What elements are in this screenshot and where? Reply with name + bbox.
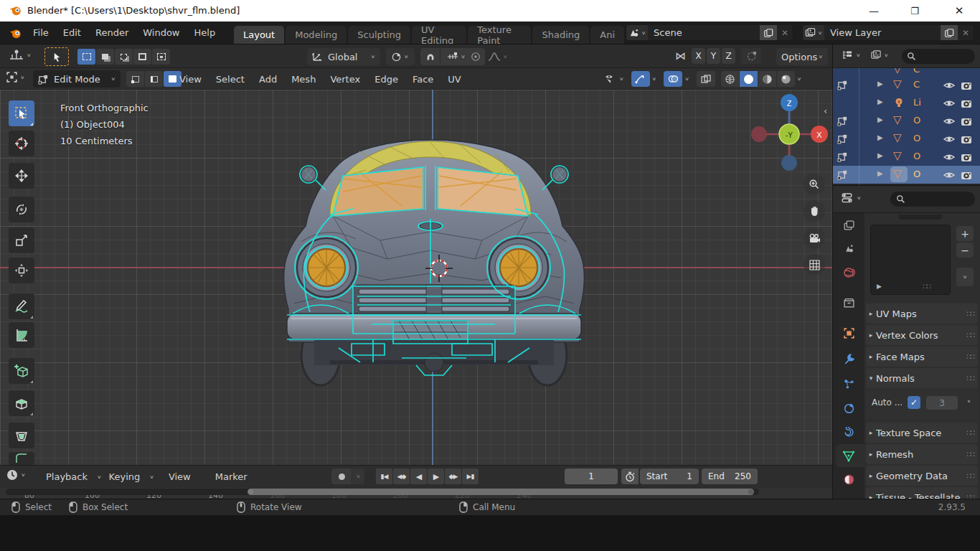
outliner-row-4[interactable]: ▶ ▽ O — [833, 148, 980, 166]
rendered-shading-button[interactable] — [777, 71, 795, 87]
tool-extrude-region[interactable] — [9, 390, 34, 416]
menu-file[interactable]: File — [26, 27, 56, 38]
select-mode-subtract-button[interactable] — [115, 49, 133, 65]
hide-eye-icon[interactable] — [943, 116, 955, 127]
workspace-tab-animation[interactable]: Ani — [590, 26, 624, 44]
physics-tab[interactable] — [837, 397, 860, 419]
timeline-scrollbar-handle[interactable] — [248, 489, 754, 495]
active-tool-select-box-button[interactable] — [44, 47, 69, 66]
tool-scale[interactable] — [9, 227, 34, 253]
select-mode-new-button[interactable] — [77, 49, 95, 65]
menu-edge[interactable]: Edge — [367, 74, 405, 85]
outliner-display-mode-dropdown[interactable]: ∨ — [870, 50, 889, 60]
scene-copy-button[interactable] — [760, 25, 777, 40]
keying-set-dropdown[interactable]: ∨ — [352, 468, 364, 484]
workspace-tab-texture-paint[interactable]: Texture Paint — [468, 26, 531, 44]
next-keyframe-button[interactable]: ◆▶ — [445, 468, 461, 484]
scene-selector[interactable]: ∨ Scene ✕ — [626, 24, 793, 41]
timeline-ruler[interactable]: 80 100 120 140 160 180 200 220 240 — [0, 488, 832, 499]
gizmo-negx-axis[interactable] — [751, 126, 767, 142]
view-layer-copy-button[interactable] — [941, 25, 958, 40]
mode-dropdown[interactable]: Edit Mode ∨ — [33, 70, 121, 88]
close-button[interactable]: ✕ — [941, 0, 977, 22]
object-data-properties-tab-active[interactable] — [837, 446, 860, 467]
hide-eye-icon[interactable] — [943, 151, 955, 163]
outliner-row-1[interactable]: ▶ Li — [833, 94, 980, 112]
expand-arrow[interactable]: ▶ — [877, 98, 883, 105]
outliner-row-0[interactable]: ▶ ▽ C — [833, 76, 980, 94]
snap-toggle-button[interactable] — [420, 48, 440, 65]
gizmos-toggle[interactable] — [631, 71, 650, 87]
camera-visibility-icon[interactable] — [961, 169, 972, 181]
panel-normals[interactable]: ▾Normals∷∷ — [866, 368, 978, 388]
tool-add-cube[interactable] — [9, 358, 34, 384]
properties-search-input[interactable] — [890, 192, 975, 207]
outliner-row-2[interactable]: ▶ ▽ O — [833, 112, 980, 130]
outliner-row-5-active[interactable]: ▶ ▽ O — [833, 166, 980, 184]
material-preview-shading-button[interactable] — [758, 71, 776, 87]
outliner-row-partial[interactable]: ▽C — [833, 68, 980, 76]
visibility-dropdown[interactable]: ∨ — [604, 73, 624, 85]
jump-to-start-button[interactable]: ▮◀ — [376, 468, 392, 484]
tool-select-box[interactable] — [9, 100, 34, 126]
object-constraints-tab[interactable] — [837, 422, 860, 443]
wireframe-shading-button[interactable] — [721, 71, 739, 87]
active-tool-falloff-dropdown[interactable]: ∨ — [9, 49, 32, 62]
view-layer-remove-button[interactable]: ✕ — [958, 25, 974, 40]
mesh-data-icon[interactable]: ▽ — [893, 131, 902, 144]
scene-name[interactable]: Scene — [648, 27, 760, 38]
proportional-falloff-dropdown[interactable]: ∨ — [488, 52, 508, 62]
panel-face-maps[interactable]: ▸Face Maps∷∷ — [866, 347, 978, 367]
light-data-icon[interactable] — [893, 97, 905, 108]
expand-arrow[interactable]: ▶ — [877, 169, 883, 177]
menu-keying[interactable]: Keying — [102, 471, 148, 482]
camera-view-button[interactable] — [804, 227, 825, 249]
workspace-tab-uv-editing[interactable]: UV Editing — [412, 26, 466, 44]
view-layer-selector[interactable]: ∨ View Layer ✕ — [802, 24, 974, 41]
tool-measure[interactable] — [9, 322, 34, 348]
menu-playback[interactable]: Playback — [39, 471, 95, 482]
minimize-button[interactable]: — — [858, 0, 890, 22]
auto-keying-toggle[interactable] — [331, 468, 352, 484]
transform-orientation-dropdown[interactable]: Global ∨ — [307, 48, 380, 65]
vertex-group-list[interactable]: ▶ ∷∷ — [870, 225, 951, 295]
play-button[interactable]: ▶ — [428, 468, 444, 484]
panel-remesh[interactable]: ▸Remesh∷∷ — [866, 444, 978, 464]
menu-view[interactable]: View — [161, 471, 198, 482]
world-properties-tab[interactable] — [837, 262, 860, 283]
panel-texture-space[interactable]: ▸Texture Space∷∷ — [866, 423, 978, 443]
tool-cursor[interactable] — [9, 131, 34, 156]
workspace-tab-modeling[interactable]: Modeling — [286, 26, 347, 44]
hide-eye-icon[interactable] — [943, 169, 955, 181]
sidebar-collapse-arrow[interactable]: ‹ — [824, 105, 827, 116]
expand-arrow[interactable]: ▶ — [877, 133, 883, 141]
list-specials-dropdown[interactable]: ∨ — [956, 268, 974, 286]
camera-visibility-icon[interactable] — [961, 116, 972, 127]
panel-geometry-data[interactable]: ▸Geometry Data∷∷ — [866, 466, 978, 486]
animate-dot[interactable]: • — [966, 397, 971, 407]
blender-menu-logo-icon[interactable] — [9, 27, 22, 40]
solid-shading-button[interactable] — [740, 71, 758, 87]
camera-visibility-icon[interactable] — [961, 80, 972, 91]
view-layer-properties-tab[interactable] — [837, 215, 860, 236]
workspace-tab-layout[interactable]: Layout — [234, 26, 284, 44]
menu-marker[interactable]: Marker — [208, 471, 255, 482]
view-layer-name[interactable]: View Layer — [824, 27, 941, 38]
jump-to-end-button[interactable]: ▶▮ — [462, 468, 479, 484]
scene-properties-tab[interactable] — [837, 237, 860, 259]
pivot-point-dropdown[interactable]: ∨ — [386, 48, 415, 65]
workspace-tab-sculpting[interactable]: Sculpting — [348, 26, 410, 44]
camera-visibility-icon[interactable] — [961, 98, 972, 109]
zoom-button[interactable] — [804, 174, 825, 195]
object-name[interactable]: Li — [913, 97, 921, 108]
menu-edit[interactable]: Edit — [56, 27, 88, 38]
outliner-search-input[interactable] — [902, 49, 975, 64]
pan-hand-button[interactable] — [804, 200, 825, 222]
frame-start-field[interactable]: Start 1 — [640, 468, 699, 484]
tool-bevel-partial[interactable] — [9, 452, 34, 465]
overlays-toggle[interactable] — [664, 71, 682, 87]
object-name[interactable]: O — [913, 169, 920, 179]
previous-keyframe-button[interactable]: ◀◆ — [393, 468, 410, 484]
scene-unlink-button[interactable]: ✕ — [777, 25, 793, 40]
use-preview-range-toggle[interactable] — [621, 468, 639, 484]
